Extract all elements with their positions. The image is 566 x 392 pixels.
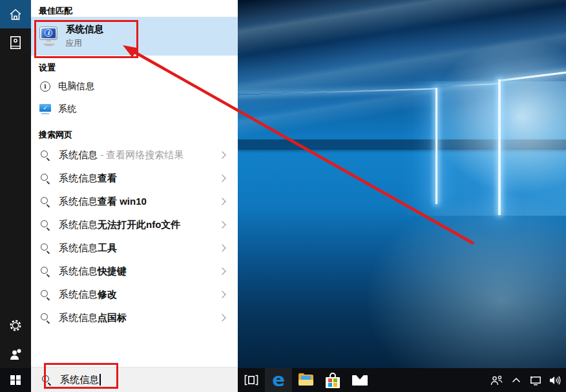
chevron-right-icon[interactable] xyxy=(218,198,225,205)
windows-search-screen: e xyxy=(0,0,566,392)
annotation-rect-search-box xyxy=(44,363,118,389)
chevron-right-icon[interactable] xyxy=(218,151,225,158)
chevron-right-icon[interactable] xyxy=(218,267,225,274)
web-suggestion-row[interactable]: 系统信息查看 xyxy=(31,167,238,190)
start-sidebar xyxy=(0,0,31,392)
web-suggestion-row[interactable]: 系统信息无法打开此nfo文件 xyxy=(31,213,238,236)
settings-result-system[interactable]: ✓ 系统 xyxy=(31,98,238,120)
file-explorer-button[interactable] xyxy=(292,368,319,392)
chevron-right-icon[interactable] xyxy=(218,221,225,228)
section-header-settings: 设置 xyxy=(31,56,238,75)
section-header-label: 搜索网页 xyxy=(39,129,72,141)
volume-button[interactable] xyxy=(547,368,563,392)
home-button[interactable] xyxy=(0,0,31,28)
store-button[interactable] xyxy=(319,368,346,392)
system-monitor-icon: ✓ xyxy=(39,104,51,114)
notebook-button[interactable] xyxy=(0,28,31,57)
store-icon xyxy=(326,373,340,388)
chevron-right-icon[interactable] xyxy=(218,291,225,298)
user-icon xyxy=(9,348,22,360)
web-suggestion-row[interactable]: 系统信息工具 xyxy=(31,236,238,260)
desktop-wallpaper xyxy=(238,0,566,392)
search-icon xyxy=(40,196,50,207)
system-tray xyxy=(488,368,566,392)
annotation-rect-best-match xyxy=(34,20,138,58)
web-suggestion-row[interactable]: 系统信息快捷键 xyxy=(31,260,238,283)
search-results-panel: 最佳匹配 i 系统信息 应用 设置 i 电脑信息 ✓ 系统 xyxy=(31,0,238,392)
mail-button[interactable] xyxy=(346,368,373,392)
info-circle-icon: i xyxy=(40,81,50,92)
settings-result-pc-info[interactable]: i 电脑信息 xyxy=(31,75,238,98)
volume-icon xyxy=(549,375,561,386)
edge-button[interactable]: e xyxy=(265,368,292,392)
windows-start-icon xyxy=(10,375,21,386)
section-header-web: 搜索网页 xyxy=(31,120,238,143)
chevron-right-icon[interactable] xyxy=(218,314,225,321)
chevron-right-icon[interactable] xyxy=(218,174,225,181)
chevron-up-icon xyxy=(512,377,521,383)
taskbar: e xyxy=(238,368,566,392)
web-suggestion-row[interactable]: 系统信息点国标 xyxy=(31,306,238,329)
network-icon xyxy=(529,375,542,386)
wallpaper-window-frame-line xyxy=(435,88,437,204)
wallpaper-window-frame-line xyxy=(498,79,501,215)
mail-icon xyxy=(352,375,368,386)
network-button[interactable] xyxy=(527,368,544,392)
section-header-best-match: 最佳匹配 xyxy=(31,0,238,17)
web-suggestion-row[interactable]: 系统信息查看 win10 xyxy=(31,190,238,213)
settings-button[interactable] xyxy=(0,311,31,340)
user-button[interactable] xyxy=(0,340,31,368)
search-icon xyxy=(40,289,50,300)
show-hidden-icons-button[interactable] xyxy=(508,368,525,392)
web-suggestion-row[interactable]: 系统信息 - 查看网络搜索结果 xyxy=(31,143,238,167)
section-header-label: 最佳匹配 xyxy=(39,5,72,17)
file-explorer-icon xyxy=(299,375,313,386)
search-icon xyxy=(40,313,50,323)
search-icon xyxy=(40,150,50,160)
start-button[interactable] xyxy=(0,368,31,392)
home-icon xyxy=(9,8,22,21)
wallpaper-vignette xyxy=(238,211,566,392)
search-icon xyxy=(40,173,50,183)
web-suggestion-row[interactable]: 系统信息修改 xyxy=(31,283,238,306)
notebook-icon xyxy=(9,36,22,50)
people-icon xyxy=(490,375,503,386)
search-icon xyxy=(40,243,50,253)
task-view-button[interactable] xyxy=(238,368,265,392)
search-icon xyxy=(40,220,50,230)
settings-gear-icon xyxy=(8,318,23,333)
section-header-label: 设置 xyxy=(39,62,56,74)
chevron-right-icon[interactable] xyxy=(218,244,225,251)
people-button[interactable] xyxy=(488,368,505,392)
settings-result-label: 系统 xyxy=(58,103,76,115)
settings-result-label: 电脑信息 xyxy=(58,81,94,92)
task-view-icon xyxy=(244,375,258,386)
search-icon xyxy=(40,266,50,276)
edge-icon: e xyxy=(272,371,285,389)
